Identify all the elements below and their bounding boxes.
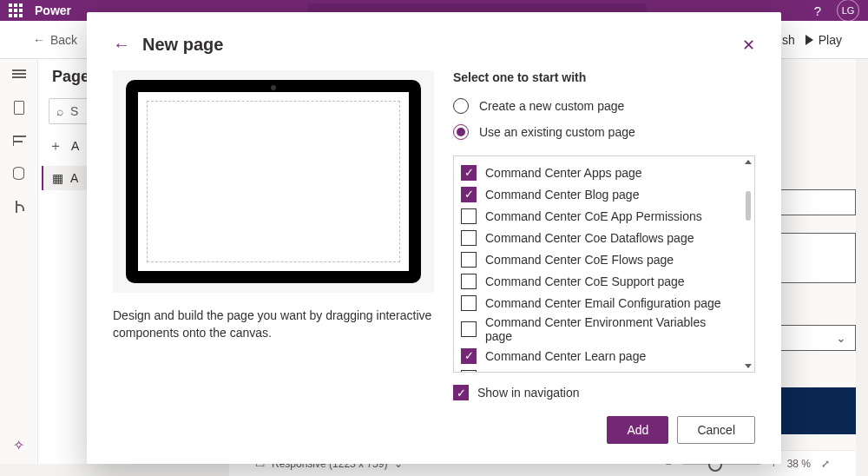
page-option[interactable]: Command Center Learn page (461, 345, 735, 367)
add-button-label: Add (627, 423, 648, 437)
page-option[interactable]: Command Center Environment Variables pag… (461, 314, 735, 345)
page-option-label: Command Center Environment Variables pag… (485, 315, 735, 343)
page-option-label: Command Center Coe Dataflows page (485, 231, 694, 245)
page-option-label: Command Center CoE Flows page (485, 253, 674, 267)
close-icon[interactable]: ✕ (742, 36, 755, 55)
tablet-frame (126, 80, 421, 283)
page-option[interactable]: Command Center CoE Support page (461, 270, 735, 292)
page-option-label: Command Center CoE Support page (485, 274, 685, 288)
checkbox[interactable] (461, 348, 477, 364)
radio-label: Use an existing custom page (479, 125, 635, 139)
checkbox[interactable] (461, 295, 477, 311)
page-preview (113, 70, 434, 293)
page-option[interactable]: Command Center CoE App Permissions (461, 205, 735, 227)
checkbox[interactable] (461, 274, 477, 289)
checkbox[interactable] (461, 187, 477, 202)
dialog-back-icon[interactable]: ← (113, 35, 130, 55)
show-in-nav-checkbox[interactable] (453, 385, 469, 400)
checkbox[interactable] (461, 252, 477, 268)
checkbox[interactable] (461, 230, 477, 246)
checkbox[interactable] (461, 321, 477, 337)
modal-overlay: ← New page ✕ Design and build the page y… (0, 0, 868, 476)
page-option-label: Command Center Apps page (485, 166, 642, 180)
radio-icon (453, 98, 469, 114)
page-option-label: Command Center Blog page (485, 188, 639, 202)
page-option-label: Command Center Learn page (485, 349, 646, 363)
page-option[interactable]: Command Center Blog page (461, 183, 735, 205)
show-in-nav-label: Show in navigation (477, 386, 580, 400)
scroll-down-icon[interactable] (745, 364, 752, 368)
cancel-button[interactable]: Cancel (677, 416, 755, 444)
artboard-placeholder (147, 101, 400, 262)
add-button[interactable]: Add (607, 416, 668, 444)
scrollbar[interactable] (744, 160, 753, 368)
page-option[interactable]: Command Center Email Configuration page (461, 292, 735, 314)
radio-icon (453, 124, 469, 140)
scroll-up-icon[interactable] (745, 160, 752, 164)
page-option[interactable]: Command Center Apps page (461, 162, 735, 183)
new-page-dialog: ← New page ✕ Design and build the page y… (87, 12, 781, 464)
checkbox[interactable] (461, 165, 477, 181)
page-option[interactable]: Command Center Maker Apps (461, 367, 735, 372)
select-heading: Select one to start with (453, 70, 755, 84)
scroll-thumb[interactable] (746, 191, 751, 221)
page-description: Design and build the page you want by dr… (113, 307, 434, 342)
checkbox[interactable] (461, 208, 477, 224)
radio-use-existing[interactable]: Use an existing custom page (453, 124, 755, 140)
page-option-label: Command Center CoE App Permissions (485, 209, 702, 223)
dialog-title: New page (142, 35, 223, 55)
radio-create-new[interactable]: Create a new custom page (453, 98, 755, 114)
page-option[interactable]: Command Center Coe Dataflows page (461, 227, 735, 248)
checkbox[interactable] (461, 370, 477, 373)
page-option[interactable]: Command Center CoE Flows page (461, 248, 735, 270)
radio-label: Create a new custom page (479, 99, 624, 113)
page-option-label: Command Center Maker Apps (485, 371, 648, 373)
page-option-label: Command Center Email Configuration page (485, 296, 721, 310)
cancel-button-label: Cancel (697, 423, 735, 437)
existing-pages-list: Command Center Apps pageCommand Center B… (453, 155, 755, 373)
